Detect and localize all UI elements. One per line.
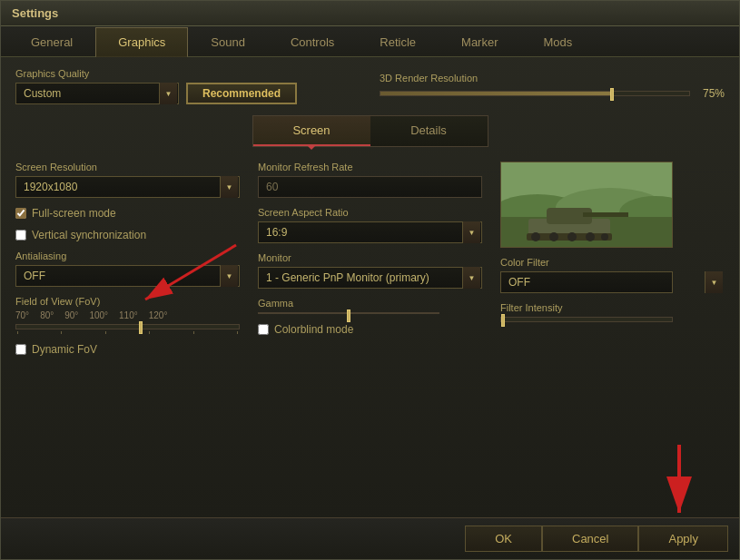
- preview-image: [500, 162, 673, 248]
- top-controls: Graphics Quality Custom Low Medium High …: [15, 68, 725, 104]
- content-area: Graphics Quality Custom Low Medium High …: [1, 57, 739, 517]
- antialiasing-select[interactable]: OFF FXAA SMAA MSAA 2x: [15, 265, 240, 287]
- tick-5: [193, 331, 194, 334]
- vertical-sync-checkbox-row[interactable]: Vertical synchronization: [15, 229, 240, 241]
- fov-mark-80: 80°: [40, 310, 54, 320]
- inner-tab-screen[interactable]: Screen: [253, 116, 370, 146]
- gamma-track: [258, 312, 439, 314]
- fov-mark-120: 120°: [149, 310, 168, 320]
- antialiasing-label: Antialiasing: [15, 251, 240, 261]
- fov-marks: 70° 80° 90° 100° 110° 120°: [15, 310, 240, 320]
- title-bar: Settings: [1, 1, 739, 26]
- cancel-button[interactable]: Cancel: [542, 526, 638, 552]
- vertical-sync-label: Vertical synchronization: [32, 229, 146, 241]
- colorblind-checkbox[interactable]: [258, 324, 269, 335]
- fullscreen-label: Full-screen mode: [32, 207, 116, 220]
- graphics-quality-group: Graphics Quality Custom Low Medium High …: [15, 68, 297, 104]
- settings-grid: Screen Resolution 1920x1080 1280x720 256…: [15, 162, 725, 506]
- svg-point-9: [531, 232, 540, 241]
- render-resolution-label: 3D Render Resolution: [380, 73, 725, 84]
- tick-2: [61, 331, 62, 334]
- aspect-ratio-select[interactable]: 16:9 4:3 16:10: [258, 221, 482, 243]
- tab-graphics[interactable]: Graphics: [95, 27, 188, 57]
- tab-general[interactable]: General: [8, 27, 95, 57]
- fov-mark-110: 110°: [119, 310, 138, 320]
- filter-intensity-thumb[interactable]: [501, 314, 505, 327]
- screen-resolution-select[interactable]: 1920x1080 1280x720 2560x1440: [15, 176, 240, 198]
- render-resolution-group: 3D Render Resolution 75%: [380, 73, 725, 100]
- tab-controls[interactable]: Controls: [268, 27, 357, 57]
- graphics-quality-dropdown-wrapper: Custom Low Medium High Ultra ▼: [15, 83, 179, 104]
- monitor-label: Monitor: [258, 252, 482, 263]
- tick-3: [105, 331, 106, 334]
- col-right: Color Filter OFF Sepia Grayscale ▼ Filte…: [500, 162, 725, 506]
- monitor-group: Monitor 1 - Generic PnP Monitor (primary…: [258, 252, 482, 289]
- graphics-quality-select[interactable]: Custom Low Medium High Ultra: [15, 83, 179, 104]
- aspect-ratio-group: Screen Aspect Ratio 16:9 4:3 16:10 ▼: [258, 207, 482, 243]
- main-tabs: General Graphics Sound Controls Reticle …: [1, 26, 739, 57]
- dynamic-fov-row[interactable]: Dynamic FoV: [15, 343, 240, 356]
- ok-button[interactable]: OK: [465, 526, 542, 552]
- fov-thumb[interactable]: [139, 321, 143, 334]
- refresh-rate-dropdown-wrapper: [258, 176, 482, 198]
- recommended-button[interactable]: Recommended: [186, 83, 297, 104]
- tab-sound[interactable]: Sound: [188, 27, 268, 57]
- tick-1: [17, 331, 18, 334]
- fov-label: Field of View (FoV): [15, 296, 240, 307]
- render-resolution-value: 75%: [697, 87, 725, 100]
- dynamic-fov-label: Dynamic FoV: [32, 343, 97, 356]
- inner-tabs: Screen Details: [15, 115, 725, 147]
- vertical-sync-group: Vertical synchronization: [15, 229, 240, 241]
- fov-tick-marks: [15, 331, 240, 334]
- svg-point-13: [601, 233, 608, 241]
- gamma-label: Gamma: [258, 298, 482, 309]
- color-filter-arrow-icon: ▼: [705, 271, 723, 293]
- color-filter-select[interactable]: OFF Sepia Grayscale: [500, 271, 673, 293]
- bottom-bar: OK Cancel Apply: [1, 517, 739, 559]
- preview-svg: [501, 162, 673, 248]
- svg-point-10: [549, 232, 558, 241]
- filter-intensity-label: Filter Intensity: [500, 302, 725, 313]
- colorblind-group: Colorblind mode: [258, 323, 482, 336]
- colorblind-label: Colorblind mode: [274, 323, 353, 336]
- screen-resolution-group: Screen Resolution 1920x1080 1280x720 256…: [15, 162, 240, 198]
- gamma-thumb[interactable]: [347, 309, 350, 322]
- col-left: Screen Resolution 1920x1080 1280x720 256…: [15, 162, 240, 506]
- refresh-rate-input: [258, 176, 482, 198]
- fov-track: [15, 324, 240, 329]
- color-filter-group: Color Filter OFF Sepia Grayscale ▼: [500, 257, 725, 293]
- vertical-sync-checkbox[interactable]: [15, 230, 26, 241]
- fov-mark-100: 100°: [89, 310, 108, 320]
- fullscreen-group: Full-screen mode: [15, 207, 240, 220]
- fullscreen-checkbox-row[interactable]: Full-screen mode: [15, 207, 240, 220]
- svg-rect-7: [583, 212, 628, 217]
- svg-point-12: [586, 232, 595, 241]
- dynamic-fov-group: Dynamic FoV: [15, 343, 240, 356]
- tab-reticle[interactable]: Reticle: [357, 27, 439, 57]
- graphics-quality-label: Graphics Quality: [15, 68, 297, 79]
- tick-4: [149, 331, 150, 334]
- colorblind-row[interactable]: Colorblind mode: [258, 323, 482, 336]
- inner-tab-details[interactable]: Details: [370, 116, 488, 146]
- refresh-rate-group: Monitor Refresh Rate: [258, 162, 482, 198]
- fullscreen-checkbox[interactable]: [15, 208, 26, 219]
- render-resolution-track: [380, 91, 690, 96]
- fov-mark-70: 70°: [15, 310, 29, 320]
- apply-button[interactable]: Apply: [638, 526, 728, 552]
- gamma-group: Gamma: [258, 298, 482, 314]
- monitor-select[interactable]: 1 - Generic PnP Monitor (primary): [258, 267, 482, 289]
- tab-mods[interactable]: Mods: [521, 27, 596, 57]
- dynamic-fov-checkbox[interactable]: [15, 344, 26, 355]
- fov-mark-90: 90°: [64, 310, 78, 320]
- screen-resolution-dropdown-wrapper: 1920x1080 1280x720 2560x1440 ▼: [15, 176, 240, 198]
- refresh-rate-label: Monitor Refresh Rate: [258, 162, 482, 172]
- render-resolution-thumb[interactable]: [610, 88, 614, 101]
- render-resolution-slider-row: 75%: [380, 87, 725, 100]
- fov-slider-container: [15, 324, 240, 334]
- antialiasing-group: Antialiasing OFF FXAA SMAA MSAA 2x ▼: [15, 251, 240, 287]
- antialiasing-dropdown-wrapper: OFF FXAA SMAA MSAA 2x ▼: [15, 265, 240, 287]
- tab-marker[interactable]: Marker: [439, 27, 520, 57]
- filter-intensity-track: [500, 317, 673, 322]
- settings-window: Settings General Graphics Sound Controls…: [0, 0, 740, 560]
- aspect-ratio-label: Screen Aspect Ratio: [258, 207, 482, 218]
